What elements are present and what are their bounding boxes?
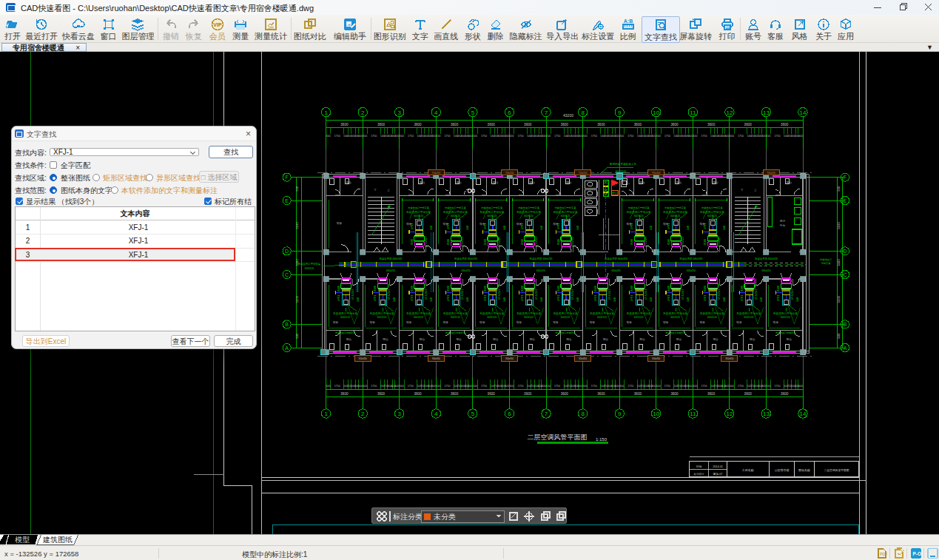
svg-text:布袋送风口平铺安装: 布袋送风口平铺安装 xyxy=(333,311,358,315)
svg-text:14: 14 xyxy=(800,109,807,116)
svg-text:XFJ-2527: XFJ-2527 xyxy=(351,289,354,300)
svg-text:布袋送风口平铺安装: 布袋送风口平铺安装 xyxy=(517,206,540,209)
svg-text:1750: 1750 xyxy=(664,135,670,138)
svg-text:宿舍: 宿舍 xyxy=(369,320,375,324)
svg-text:13: 13 xyxy=(763,411,770,417)
svg-text:宿舍: 宿舍 xyxy=(337,221,343,225)
svg-text:600: 600 xyxy=(436,385,440,388)
svg-text:750x250: 750x250 xyxy=(652,172,661,175)
svg-text:1750: 1750 xyxy=(481,135,487,138)
svg-text:宿舍: 宿舍 xyxy=(479,320,485,324)
svg-text:540: 540 xyxy=(430,297,433,302)
svg-text:600: 600 xyxy=(767,135,771,138)
svg-text:1750: 1750 xyxy=(518,135,524,138)
svg-text:PDF: PDF xyxy=(880,552,887,556)
svg-text:540: 540 xyxy=(393,297,396,302)
svg-text:阳台: 阳台 xyxy=(640,338,646,341)
svg-text:540: 540 xyxy=(540,297,543,302)
svg-text:7: 7 xyxy=(545,411,548,417)
svg-text:布袋送风口平铺安装: 布袋送风口平铺安装 xyxy=(481,206,504,209)
svg-text:下: 下 xyxy=(741,189,744,192)
svg-text:B500: B500 xyxy=(484,239,487,245)
svg-text:1750: 1750 xyxy=(371,385,377,388)
svg-text:布袋送风口平铺安装: 布袋送风口平铺安装 xyxy=(407,206,430,209)
svg-text:7: 7 xyxy=(545,109,548,116)
svg-text:5: 5 xyxy=(471,109,475,116)
svg-text:布袋送风口平铺安装: 布袋送风口平铺安装 xyxy=(664,206,687,209)
svg-text:540: 540 xyxy=(540,226,543,230)
svg-text:600: 600 xyxy=(725,385,730,388)
svg-text:12: 12 xyxy=(726,109,733,116)
svg-text:布袋送风管 640x320: 布袋送风管 640x320 xyxy=(454,257,477,260)
svg-text:外间: 外间 xyxy=(780,223,786,227)
svg-text:600: 600 xyxy=(652,385,656,388)
svg-text:600: 600 xyxy=(761,385,766,388)
svg-text:布袋送风口平铺安装: 布袋送风口平铺安装 xyxy=(443,210,468,214)
svg-text:5100: 5100 xyxy=(295,222,299,229)
svg-text:540: 540 xyxy=(613,297,616,302)
svg-text:B500: B500 xyxy=(557,286,560,291)
svg-text:布袋送风口平铺安装: 布袋送风口平铺安装 xyxy=(665,331,685,334)
svg-text:XFJ-2527: XFJ-2527 xyxy=(425,289,428,300)
svg-text:XF01: XF01 xyxy=(630,295,633,301)
svg-text:950x950: 950x950 xyxy=(652,357,660,360)
svg-text:E: E xyxy=(285,198,289,203)
svg-text:600X120: 600X120 xyxy=(670,316,680,319)
svg-text:600: 600 xyxy=(688,135,693,138)
svg-text:3600: 3600 xyxy=(781,123,789,126)
svg-text:二层空调风管平面图: 二层空调风管平面图 xyxy=(528,434,588,441)
svg-text:B500: B500 xyxy=(484,286,487,291)
svg-text:XF01: XF01 xyxy=(337,295,340,301)
svg-text:640x250: 640x250 xyxy=(687,269,696,272)
svg-text:600: 600 xyxy=(579,385,583,388)
svg-text:B500: B500 xyxy=(521,239,524,245)
svg-text:宿舍: 宿舍 xyxy=(700,222,706,226)
svg-text:观演: 观演 xyxy=(780,219,786,223)
svg-text:3: 3 xyxy=(397,411,401,417)
svg-text:1750: 1750 xyxy=(627,385,633,388)
svg-text:布袋送风口平铺安装: 布袋送风口平铺安装 xyxy=(553,210,578,214)
svg-text:600: 600 xyxy=(400,385,404,388)
svg-text:3600: 3600 xyxy=(524,123,532,126)
svg-text:600: 600 xyxy=(688,385,693,388)
svg-text:布袋送风口平铺安装: 布袋送风口平铺安装 xyxy=(406,210,431,214)
svg-text:布袋送风口平铺安装: 布袋送风口平铺安装 xyxy=(736,311,761,315)
svg-text:布袋送风口平铺安装: 布袋送风口平铺安装 xyxy=(444,206,467,209)
svg-text:600: 600 xyxy=(583,385,588,388)
svg-text:3600: 3600 xyxy=(634,392,642,396)
svg-text:3600: 3600 xyxy=(414,123,422,126)
svg-text:模型: 模型 xyxy=(15,536,30,544)
svg-text:B500: B500 xyxy=(447,239,450,245)
svg-text:XFJ-2527: XFJ-2527 xyxy=(644,289,647,300)
svg-text:540: 540 xyxy=(796,297,799,302)
svg-text:B500: B500 xyxy=(741,286,744,291)
svg-text:540: 540 xyxy=(723,297,726,302)
svg-text:750x250: 750x250 xyxy=(767,172,775,175)
svg-text:600: 600 xyxy=(619,385,624,388)
svg-text:1750: 1750 xyxy=(371,135,377,138)
svg-text:540: 540 xyxy=(650,297,653,302)
svg-text:3600: 3600 xyxy=(634,123,642,126)
svg-text:宿舍: 宿舍 xyxy=(479,222,485,226)
svg-text:600: 600 xyxy=(542,385,546,388)
svg-text:宿舍: 宿舍 xyxy=(553,222,559,226)
svg-text:XF01: XF01 xyxy=(411,295,414,301)
svg-text:B500: B500 xyxy=(777,286,780,291)
svg-text:3600: 3600 xyxy=(451,123,459,126)
svg-text:布袋送风管 640x320: 布袋送风管 640x320 xyxy=(529,257,553,260)
svg-text:6: 6 xyxy=(508,109,511,116)
svg-text:3600: 3600 xyxy=(488,392,496,396)
svg-text:600 X320: 600 X320 xyxy=(616,170,627,173)
svg-text:布袋送风口平铺安装: 布袋送风口平铺安装 xyxy=(335,331,355,334)
svg-text:B500: B500 xyxy=(630,286,633,291)
svg-text:540: 540 xyxy=(760,297,763,302)
svg-text:XFJ-2527: XFJ-2527 xyxy=(535,289,538,300)
svg-text:600: 600 xyxy=(615,385,619,388)
svg-text:640x250: 640x250 xyxy=(611,269,620,272)
svg-text:XFJ-2527: XFJ-2527 xyxy=(498,289,501,300)
svg-text:1750: 1750 xyxy=(775,135,781,138)
svg-text:600: 600 xyxy=(358,135,363,138)
svg-text:640x250: 640x250 xyxy=(536,269,545,272)
svg-text:™: ™ xyxy=(627,183,630,186)
svg-text:600X120: 600X120 xyxy=(414,316,423,319)
